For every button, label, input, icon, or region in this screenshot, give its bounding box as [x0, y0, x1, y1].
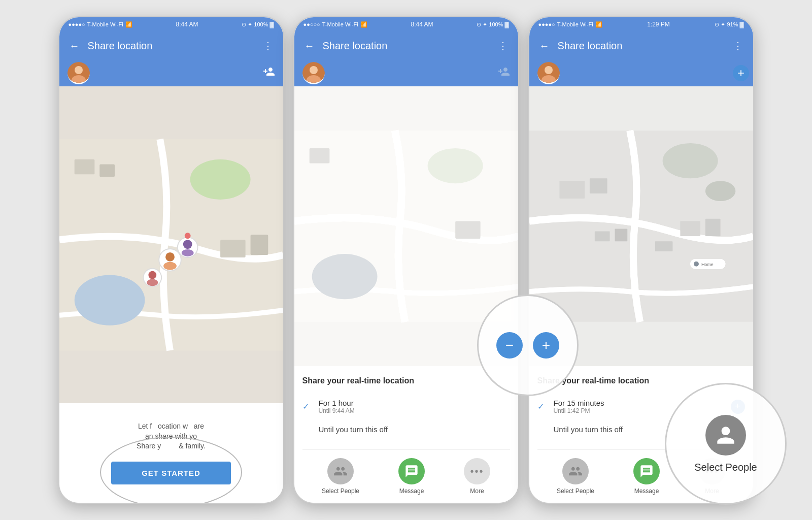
- select-people-circle-label: Select People: [694, 462, 757, 473]
- avatar-tab-1[interactable]: [67, 62, 90, 84]
- tab-bar-2: [294, 60, 518, 86]
- tab-bar-1: [59, 60, 283, 86]
- svg-point-14: [148, 271, 156, 279]
- app-bar-1: ← Share location ⋮: [59, 31, 283, 60]
- menu-button-2[interactable]: ⋮: [496, 39, 510, 53]
- battery-icon-3: ▓: [739, 21, 743, 27]
- share-actions-2: Select People Message ••• More: [302, 449, 510, 495]
- plus-button[interactable]: +: [533, 332, 559, 359]
- select-people-action[interactable]: Select People: [322, 458, 359, 495]
- svg-rect-36: [655, 241, 672, 251]
- option-sublabel-1: Until 9:44 AM: [319, 407, 510, 414]
- circle-overlay-duration: − +: [477, 295, 579, 396]
- svg-point-15: [147, 279, 158, 286]
- phone-1: ●●●●○ T-Mobile Wi-Fi 📶 8:44 AM ⊙ ✦ 100% …: [58, 16, 284, 504]
- message-action-3[interactable]: Message: [633, 458, 660, 495]
- svg-rect-7: [99, 165, 115, 177]
- avatar-tab-3[interactable]: [537, 62, 560, 84]
- option-label-1: For 1 hour: [319, 399, 510, 407]
- svg-point-18: [181, 249, 193, 256]
- svg-point-32: [662, 143, 718, 178]
- time-2: 8:44 AM: [411, 21, 433, 28]
- message-label-3: Message: [634, 488, 659, 495]
- battery-area-1: ⊙ ✦ 100% ▓: [242, 21, 274, 28]
- svg-rect-8: [220, 240, 246, 257]
- battery-area-2: ⊙ ✦ 100% ▓: [477, 21, 509, 28]
- wifi-icon-1: 📶: [125, 21, 132, 28]
- location-icon-1: ⊙: [242, 21, 246, 28]
- battery-icon-1: ▓: [269, 21, 274, 27]
- option-1-hour[interactable]: ✓ For 1 hour Until 9:44 AM: [302, 394, 510, 419]
- option-text-2: Until you turn this off: [319, 425, 510, 434]
- time-1: 8:44 AM: [176, 21, 198, 28]
- svg-point-4: [190, 159, 250, 200]
- carrier-2: ●●○○○ T-Mobile Wi-Fi 📶: [303, 21, 367, 28]
- back-button-1[interactable]: ←: [67, 39, 82, 53]
- carrier-1: ●●●●○ T-Mobile Wi-Fi 📶: [69, 21, 132, 28]
- svg-point-5: [74, 275, 145, 326]
- back-button-2[interactable]: ←: [302, 39, 317, 53]
- add-person-button-3[interactable]: [733, 65, 749, 81]
- battery-text-2: 100%: [489, 21, 503, 27]
- option-until-off[interactable]: ✓ Until you turn this off: [302, 419, 510, 439]
- app-title-3: Share location: [558, 40, 731, 52]
- description-text-1: Let f ocation w are an share with yo Sha…: [137, 421, 206, 451]
- signal-2: ●●○○○: [303, 21, 320, 27]
- svg-point-33: [705, 181, 735, 201]
- tab-bar-3: [529, 60, 753, 86]
- svg-point-29: [545, 66, 553, 74]
- message-label: Message: [399, 488, 424, 495]
- circle-overlay-select-people: Select People: [665, 383, 787, 505]
- battery-icon-2: ▓: [504, 21, 509, 27]
- svg-rect-37: [680, 221, 700, 237]
- svg-point-12: [163, 262, 177, 270]
- signal-3: ●●●●○: [538, 21, 555, 27]
- back-button-3[interactable]: ←: [537, 39, 552, 53]
- svg-rect-39: [559, 181, 585, 199]
- sheet-title-2: Share your real-time location: [302, 376, 510, 385]
- check-icon-3: ✓: [537, 402, 548, 411]
- add-person-button-1[interactable]: [259, 61, 279, 85]
- battery-text-3: 91%: [727, 21, 738, 27]
- bt-icon-2: ✦: [483, 21, 487, 28]
- svg-rect-27: [455, 221, 481, 239]
- svg-point-24: [427, 148, 483, 183]
- wifi-icon-2: 📶: [360, 21, 367, 28]
- app-bar-3: ← Share location ⋮: [529, 31, 753, 60]
- carrier-3: ●●●●○ T-Mobile Wi-Fi 📶: [538, 21, 602, 28]
- avatar-tab-2[interactable]: [302, 62, 325, 84]
- select-people-large-icon: [705, 415, 746, 456]
- battery-text-1: 100%: [254, 21, 268, 27]
- select-people-icon-3: [562, 458, 589, 484]
- message-icon: [398, 458, 425, 484]
- more-icon: •••: [464, 458, 490, 484]
- message-action[interactable]: Message: [398, 458, 425, 495]
- select-people-action-3[interactable]: Select People: [557, 458, 594, 495]
- check-icon-4: ✓: [537, 425, 548, 434]
- more-action[interactable]: ••• More: [464, 458, 490, 495]
- select-people-icon: [327, 458, 354, 484]
- message-icon-3: [633, 458, 660, 484]
- menu-button-1[interactable]: ⋮: [261, 39, 275, 53]
- minus-button[interactable]: −: [496, 332, 523, 359]
- bt-icon-1: ✦: [248, 21, 252, 28]
- check-icon-2: ✓: [302, 425, 313, 434]
- loc-icon-3: ⊙: [715, 21, 719, 28]
- svg-point-19: [184, 233, 190, 239]
- menu-button-3[interactable]: ⋮: [731, 39, 745, 53]
- add-person-button-2[interactable]: [494, 61, 514, 85]
- signal-dots-1: ●●●●○: [69, 21, 85, 27]
- get-started-section: Let f ocation w are an share with yo Sha…: [67, 411, 275, 495]
- svg-point-42: [694, 262, 699, 267]
- app-bar-2: ← Share location ⋮: [294, 31, 518, 60]
- wifi-icon-3: 📶: [595, 21, 602, 28]
- bt-icon-3: ✦: [721, 21, 725, 28]
- svg-rect-34: [594, 231, 610, 241]
- option-text-1: For 1 hour Until 9:44 AM: [319, 399, 510, 414]
- select-people-label: Select People: [322, 488, 359, 495]
- svg-point-25: [312, 254, 377, 299]
- svg-rect-6: [74, 159, 94, 175]
- svg-point-1: [75, 66, 83, 74]
- svg-rect-9: [250, 235, 268, 255]
- get-started-button[interactable]: GET STARTED: [111, 462, 231, 484]
